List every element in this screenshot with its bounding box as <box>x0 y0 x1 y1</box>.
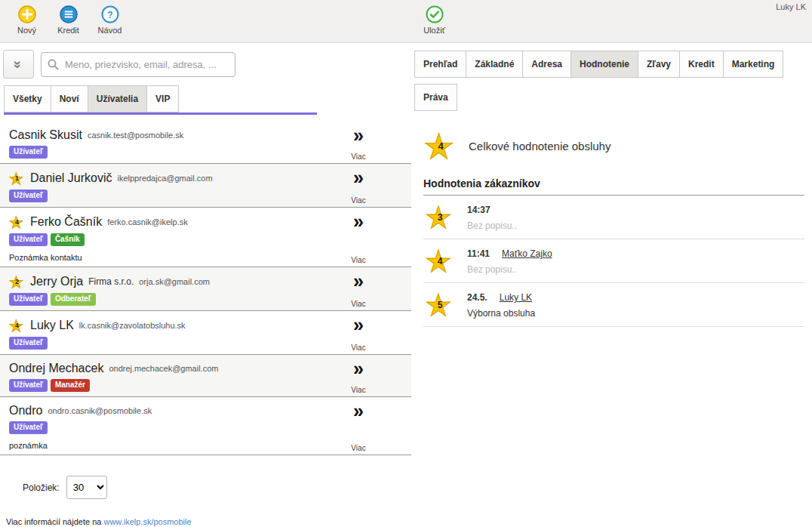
rating-title-line: 14:37 <box>467 205 517 215</box>
contact-row[interactable]: 4Ferko Čašníkferko.casnik@ikelp.skUžívat… <box>0 208 411 267</box>
double-chevron-right-icon <box>353 316 364 334</box>
svg-text:?: ? <box>107 10 112 20</box>
contact-more-button[interactable]: Viac <box>343 273 374 308</box>
star-value: 5 <box>425 300 455 310</box>
contact-title-line: 4Ferko Čašníkferko.casnik@ikelp.sk <box>9 214 336 230</box>
contact-name: Luky LK <box>30 319 74 332</box>
more-label: Viac <box>351 444 365 452</box>
overall-rating: 4 Celkové hodnotenie obsluhy <box>423 129 804 162</box>
contact-badges: UžívateľOdberateľ <box>9 293 336 306</box>
page-size-label: Položiek: <box>23 482 60 493</box>
contact-name: Daniel Jurkovič <box>30 171 112 185</box>
new-button[interactable]: Nový <box>6 4 48 35</box>
contact-badges: Užívateľ <box>9 190 336 202</box>
contact-name: Ondrej Mechacek <box>9 362 103 375</box>
star-value: 1 <box>9 174 25 182</box>
more-label: Viac <box>351 386 365 394</box>
collapse-button[interactable]: » <box>3 50 34 79</box>
guide-button[interactable]: ? Návod <box>89 4 131 35</box>
contact-info: Casnik Skusitcasnik.test@posmobile.skUží… <box>9 128 336 159</box>
contact-email: lk.casnik@zavolatobsluhu.sk <box>79 321 186 330</box>
contact-badges: Užívateľ <box>9 421 336 434</box>
star-rating-icon: 3 <box>425 202 455 231</box>
more-label: Viac <box>351 300 365 308</box>
contact-more-button[interactable]: Viac <box>343 360 374 394</box>
ratings-list: 314:37Bez popisu..411:41Maťko ZajkoBez p… <box>423 196 804 327</box>
rating-row: 524.5.Luky LKVýborna obsluha <box>423 283 804 327</box>
contact-email: ondro.casnik@posmobile.sk <box>48 406 152 415</box>
star-value: 2 <box>9 278 25 285</box>
contact-title-line: Ondroondro.casnik@posmobile.sk <box>9 404 336 418</box>
new-button-label: Nový <box>17 26 36 35</box>
star-rating-icon: 4 <box>9 214 25 230</box>
save-button-label: Uložiť <box>423 26 445 35</box>
tab-uzivatelia[interactable]: Užívatelia <box>88 85 147 112</box>
tab-prava[interactable]: Práva <box>414 84 457 111</box>
contact-note: Poznámka kontaktu <box>9 253 336 262</box>
tab-marketing[interactable]: Marketing <box>723 51 784 78</box>
rating-title-line: 24.5.Luky LK <box>467 292 535 303</box>
rating-timestamp: 11:41 <box>467 248 490 259</box>
rating-info: 14:37Bez popisu.. <box>467 202 517 231</box>
contact-more-button[interactable]: Viac <box>343 213 374 264</box>
contact-row[interactable]: 4Luky LKlk.casnik@zavolatobsluhu.skUžíva… <box>0 311 411 355</box>
badge-user: Užívateľ <box>9 337 48 350</box>
badge-waiter: Čašník <box>51 233 85 246</box>
contact-row[interactable]: 1Daniel Jurkovičikelppredajca@gmail.comU… <box>0 164 411 208</box>
star-rating-icon: 4 <box>9 318 25 333</box>
tab-novi[interactable]: Noví <box>51 85 88 112</box>
badge-subscriber: Odberateľ <box>51 293 96 306</box>
contact-email: orja.sk@gmail.com <box>139 277 210 286</box>
ratings-heading: Hodnotenia zákazníkov <box>423 177 804 196</box>
double-chevron-right-icon <box>353 127 364 145</box>
contact-badges: UžívateľČašník <box>9 233 336 246</box>
tab-hodnotenie[interactable]: Hodnotenie <box>571 51 638 78</box>
star-rating-icon: 1 <box>9 171 25 186</box>
double-chevron-right-icon <box>353 169 364 187</box>
badge-user: Užívateľ <box>9 293 48 306</box>
credit-button[interactable]: Kredit <box>48 4 89 35</box>
contact-more-button[interactable]: Viac <box>343 127 374 161</box>
contact-info: 2Jerry OrjaFirma s.r.o.orja.sk@gmail.com… <box>9 274 336 306</box>
tab-prehlad[interactable]: Prehľad <box>414 51 466 78</box>
contact-info: 1Daniel Jurkovičikelppredajca@gmail.comU… <box>9 171 336 202</box>
main-content: » VšetkyNovíUžívateliaVIP Casnik Skusitc… <box>0 43 812 526</box>
contact-email: ikelppredajca@gmail.com <box>117 174 212 183</box>
save-button[interactable]: Uložiť <box>414 4 455 35</box>
pager: Položiek: 30 <box>23 476 411 499</box>
contact-title-line: Ondrej Mechacekondrej.mechacek@gmail.com <box>9 362 336 375</box>
more-label: Viac <box>351 256 365 264</box>
tab-zlavy[interactable]: Zľavy <box>638 51 680 78</box>
rating-customer-link[interactable]: Luky LK <box>500 292 532 303</box>
contact-row[interactable]: 2Jerry OrjaFirma s.r.o.orja.sk@gmail.com… <box>0 267 411 311</box>
tab-vip[interactable]: VIP <box>146 85 179 112</box>
contact-more-button[interactable]: Viac <box>343 169 374 205</box>
rating-description: Bez popisu.. <box>467 264 552 275</box>
double-chevron-right-icon <box>353 213 364 231</box>
badge-user: Užívateľ <box>9 146 48 159</box>
contact-badges: Užívateľ <box>9 146 336 159</box>
contact-title-line: 1Daniel Jurkovičikelppredajca@gmail.com <box>9 171 336 186</box>
contact-more-button[interactable]: Viac <box>343 402 374 452</box>
page-size-select[interactable]: 30 <box>66 476 107 499</box>
footer-link[interactable]: www.ikelp.sk/posmobile <box>103 517 191 526</box>
contact-row[interactable]: Casnik Skusitcasnik.test@posmobile.skUží… <box>0 122 411 164</box>
detail-panel: PrehľadZákladnéAdresaHodnotenieZľavyKred… <box>411 43 812 526</box>
contact-row[interactable]: Ondrej Mechacekondrej.mechacek@gmail.com… <box>0 355 411 397</box>
contact-name: Casnik Skusit <box>9 128 82 142</box>
contact-info: Ondrej Mechacekondrej.mechacek@gmail.com… <box>9 362 336 392</box>
contact-row[interactable]: Ondroondro.casnik@posmobile.skUžívateľpo… <box>0 397 411 455</box>
contacts-panel: » VšetkyNovíUžívateliaVIP Casnik Skusitc… <box>0 43 411 526</box>
contact-name: Ferko Čašník <box>30 215 102 229</box>
tab-zakladne[interactable]: Základné <box>466 51 523 78</box>
tab-vsetky[interactable]: Všetky <box>4 85 51 112</box>
search-input[interactable] <box>41 52 235 77</box>
contact-badges: UžívateľManažér <box>9 379 336 392</box>
contact-list: Casnik Skusitcasnik.test@posmobile.skUží… <box>0 122 411 455</box>
contact-more-button[interactable]: Viac <box>343 316 374 352</box>
tab-adresa[interactable]: Adresa <box>522 51 571 78</box>
credit-button-label: Kredit <box>57 26 79 35</box>
double-chevron-right-icon <box>353 273 364 291</box>
tab-kredit[interactable]: Kredit <box>679 51 724 78</box>
rating-customer-link[interactable]: Maťko Zajko <box>502 248 552 259</box>
